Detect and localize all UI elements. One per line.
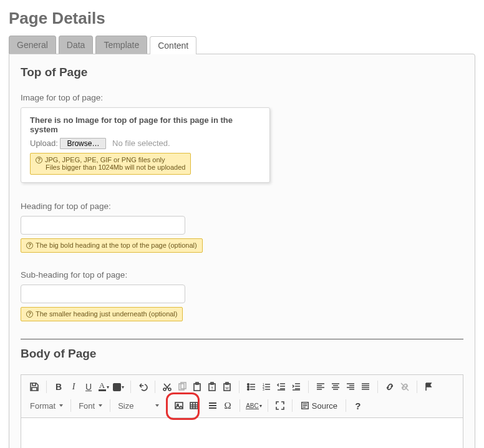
tabs: General Data Template Content — [9, 36, 475, 54]
svg-point-12 — [248, 384, 249, 386]
editor-body[interactable] — [21, 417, 463, 448]
heading-hint: ? The big bold heading at the top of the… — [21, 238, 203, 253]
svg-point-0 — [163, 388, 166, 391]
editor-toolbar: B I U A▾ ▾ T W 123 — [21, 374, 463, 417]
content-panel: Top of Page Image for top of page: There… — [9, 54, 475, 448]
svg-point-13 — [248, 386, 249, 388]
tab-general[interactable]: General — [9, 36, 56, 54]
subheading-field-block: Sub-heading for top of page: ? The small… — [21, 270, 463, 321]
outdent-icon[interactable] — [274, 379, 289, 394]
size-combo[interactable]: Size — [113, 398, 164, 413]
special-char-icon[interactable]: Ω — [220, 398, 235, 413]
heading-input[interactable] — [21, 216, 185, 235]
bg-color-icon[interactable]: ▾ — [111, 379, 126, 394]
copy-icon[interactable] — [175, 379, 190, 394]
heading-field-label: Heading for top of page: — [21, 202, 463, 211]
indent-icon[interactable] — [289, 379, 304, 394]
heading-hint-text: The big bold heading at the top of the p… — [36, 241, 197, 249]
align-right-icon[interactable] — [343, 379, 358, 394]
underline-icon[interactable]: U — [81, 379, 96, 394]
align-center-icon[interactable] — [328, 379, 343, 394]
section-title-body: Body of Page — [21, 347, 463, 361]
upload-label: Upload: — [30, 139, 58, 148]
paste-word-icon[interactable]: W — [220, 379, 235, 394]
upload-row: Upload: Browse… No file selected. — [30, 138, 261, 149]
spellcheck-icon[interactable]: ABC▾ — [244, 398, 263, 413]
bullet-list-icon[interactable] — [244, 379, 259, 394]
save-icon[interactable] — [27, 379, 42, 394]
image-panel: There is no Image for top of page for th… — [21, 107, 270, 183]
subheading-field-label: Sub-heading for top of page: — [21, 270, 463, 280]
font-combo[interactable]: Font — [74, 398, 107, 413]
image-hint-line2: Files bigger than 1024Mb will not be upl… — [36, 163, 185, 171]
number-list-icon[interactable]: 123 — [259, 379, 274, 394]
subheading-input[interactable] — [21, 285, 185, 303]
svg-point-1 — [168, 388, 171, 391]
image-field-label: Image for top of page: — [21, 93, 463, 102]
table-icon[interactable] — [186, 398, 201, 413]
subheading-hint-text: The smaller heading just underneath (opt… — [36, 310, 177, 318]
svg-point-14 — [248, 389, 249, 391]
section-title-top: Top of Page — [21, 66, 463, 79]
help-icon: ? — [26, 242, 33, 249]
source-button[interactable]: Source — [297, 401, 341, 411]
tab-content[interactable]: Content — [150, 36, 196, 54]
svg-rect-18 — [175, 402, 183, 409]
svg-text:3: 3 — [263, 387, 264, 391]
subheading-hint: ? The smaller heading just underneath (o… — [21, 307, 183, 321]
help-icon[interactable]: ? — [351, 398, 365, 413]
browse-button[interactable]: Browse… — [60, 138, 106, 149]
link-icon[interactable] — [382, 379, 397, 394]
no-image-text: There is no Image for top of page for th… — [30, 115, 261, 134]
heading-field-block: Heading for top of page: ? The big bold … — [21, 202, 463, 253]
hr-icon[interactable] — [205, 398, 220, 413]
image-hint-line1: JPG, JPEG, JPE, GIF or PNG files only — [45, 156, 165, 163]
svg-rect-20 — [190, 402, 198, 409]
format-combo[interactable]: Format — [25, 398, 68, 413]
no-file-text: No file selected. — [112, 139, 170, 148]
maximize-icon[interactable] — [273, 398, 288, 413]
cut-icon[interactable] — [160, 379, 175, 394]
unlink-icon[interactable] — [397, 379, 412, 394]
highlighted-group — [170, 398, 203, 413]
undo-icon[interactable] — [135, 379, 150, 394]
bold-icon[interactable]: B — [51, 379, 66, 394]
paste-icon[interactable] — [190, 379, 205, 394]
italic-icon[interactable]: I — [66, 379, 81, 394]
page-title: Page Details — [9, 9, 475, 28]
help-icon: ? — [26, 311, 33, 318]
svg-text:W: W — [225, 386, 229, 390]
divider — [21, 339, 463, 339]
text-color-icon[interactable]: A▾ — [96, 379, 111, 394]
align-justify-icon[interactable] — [358, 379, 373, 394]
image-hint: ? JPG, JPEG, JPE, GIF or PNG files only … — [30, 153, 191, 175]
image-field-block: Image for top of page: There is no Image… — [21, 93, 463, 183]
svg-text:T: T — [211, 386, 213, 390]
align-left-icon[interactable] — [313, 379, 328, 394]
help-icon: ? — [36, 157, 42, 163]
image-icon[interactable] — [172, 398, 186, 413]
tab-template[interactable]: Template — [95, 36, 147, 54]
flag-icon[interactable] — [422, 379, 437, 394]
paste-text-icon[interactable]: T — [205, 379, 220, 394]
tab-data[interactable]: Data — [59, 36, 94, 54]
